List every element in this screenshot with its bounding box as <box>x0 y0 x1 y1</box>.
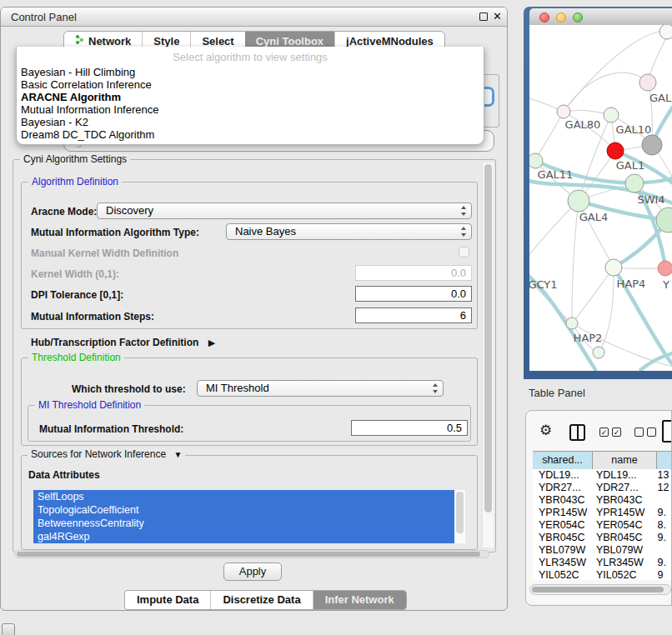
minimize-traffic-light[interactable] <box>556 12 566 22</box>
collapsed-triangle-icon[interactable]: ▶ <box>208 338 215 348</box>
expanded-triangle-icon[interactable]: ▼ <box>173 450 182 459</box>
network-node-gal11[interactable] <box>529 153 543 168</box>
attributes-scrollbar[interactable] <box>454 490 465 543</box>
settings-gear-icon[interactable]: ⚙ <box>539 422 552 439</box>
table-cell[interactable]: YDL19... <box>590 469 652 482</box>
settings-horizontal-scrollbar[interactable] <box>14 550 489 558</box>
table-cell[interactable]: YBL079W <box>533 544 590 557</box>
settings-scrollbar-thumb[interactable] <box>484 164 492 512</box>
kernel-width-input[interactable]: 0.0 <box>355 265 472 281</box>
table-row[interactable]: YBL079WYBL079W <box>533 544 672 557</box>
network-node[interactable] <box>642 135 662 155</box>
table-cell[interactable]: YBL079W <box>590 544 652 557</box>
table-row[interactable]: YDR27...YDR27...12 <box>533 482 672 494</box>
attribute-item-topologicalcoefficient[interactable]: TopologicalCoefficient <box>33 503 465 517</box>
sources-group-title[interactable]: Sources for Network Inference ▼ <box>28 448 185 460</box>
table-cell[interactable]: YIL052C <box>590 569 652 580</box>
network-node-gal[interactable] <box>639 74 656 91</box>
select-all-columns-icon[interactable]: ✓ <box>599 428 609 437</box>
table-cell[interactable]: YER054C <box>590 519 652 532</box>
network-edge[interactable] <box>572 201 579 323</box>
network-edge[interactable] <box>529 201 579 268</box>
attribute-item-betweennesscentrality[interactable]: BetweennessCentrality <box>33 517 465 530</box>
aracne-mode-combo[interactable]: Discovery <box>97 202 472 219</box>
table-row[interactable]: YDL19...YDL19...13 <box>533 469 672 482</box>
network-edge[interactable] <box>535 112 564 161</box>
table-row[interactable]: YIL052CYIL052C9 <box>533 569 672 580</box>
apply-button[interactable]: Apply <box>223 562 282 581</box>
algorithm-option-aracne-algorithm[interactable]: ARACNE Algorithm <box>21 91 479 103</box>
network-edge[interactable] <box>572 268 614 323</box>
table-cell[interactable]: YIL052C <box>533 569 590 580</box>
mi-steps-input[interactable]: 6 <box>355 308 472 323</box>
which-threshold-combo[interactable]: MI Threshold <box>197 380 444 397</box>
table-cell[interactable]: YPR145W <box>590 507 652 519</box>
algorithm-option-bayesian-k2[interactable]: Bayesian - K2 <box>21 116 479 128</box>
network-node-gal80[interactable] <box>557 105 570 118</box>
deselect-all-columns-icon-2[interactable] <box>647 428 656 437</box>
network-node[interactable] <box>593 347 604 358</box>
tab-infer-network[interactable]: Infer Network <box>313 591 406 609</box>
column-header-name[interactable]: name <box>593 452 657 470</box>
zoom-traffic-light[interactable] <box>573 12 583 22</box>
table-cell[interactable]: YER054C <box>533 519 590 532</box>
table-horizontal-scrollbar[interactable] <box>529 584 671 595</box>
float-icon[interactable] <box>479 12 488 21</box>
table-cell[interactable]: YDR27... <box>533 482 590 494</box>
algorithm-option-basic-correlation-inference[interactable]: Basic Correlation Inference <box>21 78 479 91</box>
table-cell[interactable]: YLR345W <box>533 557 590 569</box>
table-cell[interactable]: YDL19... <box>533 469 590 482</box>
algorithm-option-mutual-information-inference[interactable]: Mutual Information Inference <box>21 103 479 116</box>
panel-corner-button[interactable] <box>2 623 15 635</box>
column-header-shared[interactable]: shared... <box>533 452 593 470</box>
network-node-gal1[interactable] <box>607 142 624 159</box>
network-node[interactable] <box>659 25 672 39</box>
table-cell[interactable]: YBR045C <box>590 532 652 544</box>
table-cell[interactable]: YDR27... <box>590 482 652 494</box>
table-cell[interactable]: 9. <box>652 532 672 544</box>
table-row[interactable]: YPR145WYPR145W9. <box>533 507 672 519</box>
control-panel-titlebar[interactable]: Control Panel ✕ <box>1 8 507 27</box>
table-cell[interactable]: YBR043C <box>590 494 652 507</box>
settings-horizontal-thumb[interactable] <box>17 552 480 557</box>
table-scrollbar-thumb[interactable] <box>532 587 664 592</box>
algorithm-option-bayesian-hill-climbing[interactable]: Bayesian - Hill Climbing <box>21 66 479 78</box>
table-row[interactable]: YLR345WYLR345W9. <box>533 557 672 569</box>
manual-kernel-checkbox[interactable] <box>459 247 469 258</box>
hub-definition-expander[interactable]: Hub/Transcription Factor Definition ▶ <box>31 337 215 348</box>
attribute-item-selfloops[interactable]: SelfLoops <box>33 490 465 503</box>
algorithm-option-dream8-dc-tdc-algorithm[interactable]: Dream8 DC_TDC Algorithm <box>21 128 479 141</box>
table-cell[interactable]: 9 <box>652 569 672 580</box>
tab-discretize-data[interactable]: Discretize Data <box>210 591 312 609</box>
network-edge[interactable] <box>564 72 648 112</box>
table-cell[interactable]: 13 <box>652 469 672 482</box>
attribute-item-gal4rgexp[interactable]: gal4RGexp <box>33 530 465 543</box>
settings-vertical-scrollbar[interactable] <box>482 162 494 548</box>
mi-threshold-input[interactable]: 0.5 <box>351 420 468 436</box>
column-layout-icon[interactable] <box>569 424 585 441</box>
network-node-gal10[interactable] <box>604 108 619 122</box>
table-cell[interactable]: YLR345W <box>590 557 652 569</box>
network-node-hap4[interactable] <box>605 259 622 276</box>
dpi-tolerance-input[interactable]: 0.0 <box>355 286 472 302</box>
attributes-scrollbar-thumb[interactable] <box>456 492 464 533</box>
table-cell[interactable] <box>652 494 672 507</box>
close-traffic-light[interactable] <box>539 12 549 22</box>
close-icon[interactable]: ✕ <box>493 10 502 22</box>
table-cell[interactable]: 9. <box>652 557 672 569</box>
mi-type-combo[interactable]: Naive Bayes <box>226 223 472 240</box>
network-edge[interactable] <box>529 268 572 323</box>
table-cell[interactable]: YPR145W <box>533 507 590 519</box>
network-node-gal4[interactable] <box>568 190 589 212</box>
table-cell[interactable]: YBR043C <box>533 494 590 507</box>
table-cell[interactable]: 9. <box>652 507 672 519</box>
table-cell[interactable]: 12 <box>652 482 672 494</box>
table-cell[interactable]: 8. <box>652 519 672 532</box>
deselect-all-columns-icon[interactable] <box>634 428 644 437</box>
table-row[interactable]: YBR045CYBR045C9. <box>533 532 672 544</box>
network-window-titlebar[interactable] <box>529 8 672 26</box>
tab-impute-data[interactable]: Impute Data <box>125 591 210 609</box>
network-canvas[interactable]: GALGAL80GAL10GAL1GAL11SWI4GAL4GCY1HAP4YH… <box>529 25 672 371</box>
export-table-icon[interactable] <box>662 420 672 442</box>
network-node[interactable] <box>656 208 672 232</box>
